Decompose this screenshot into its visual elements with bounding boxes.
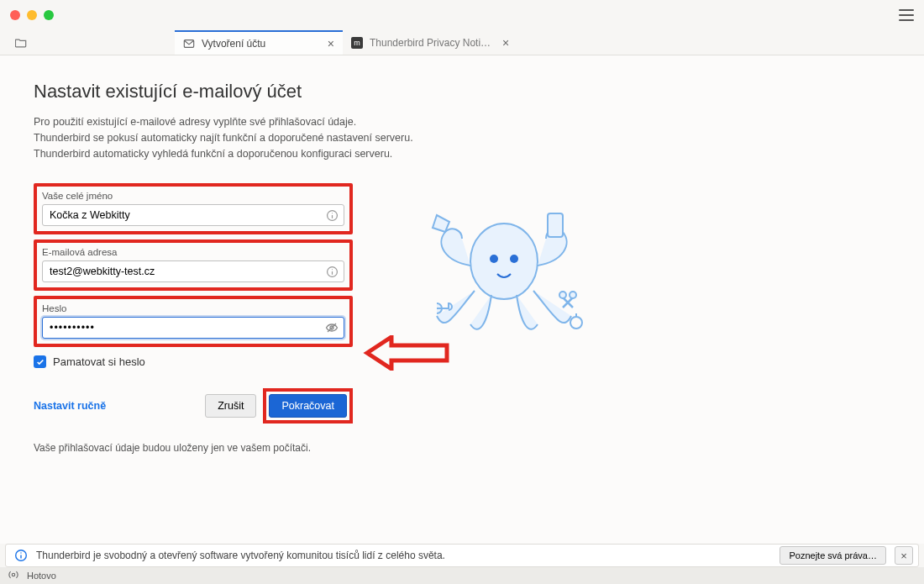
close-icon[interactable]: × xyxy=(328,37,334,50)
svg-point-15 xyxy=(20,552,21,553)
notification-close-button[interactable]: × xyxy=(895,546,913,565)
notification-bar: Thunderbird je svobodný a otevřený softw… xyxy=(5,544,919,567)
info-icon[interactable] xyxy=(324,208,339,223)
remember-password-checkbox[interactable] xyxy=(34,355,46,368)
remember-password-label: Pamatovat si heslo xyxy=(53,355,145,368)
mail-icon xyxy=(183,38,195,50)
tab-label: Thunderbird Privacy Notice — Mozil xyxy=(370,37,496,49)
toggle-password-visibility-icon[interactable] xyxy=(324,320,339,335)
desc-line: Thunderbird se pokusí automaticky najít … xyxy=(34,130,890,146)
setup-illustration xyxy=(420,207,588,341)
info-icon xyxy=(14,549,28,562)
window-maximize-button[interactable] xyxy=(44,10,54,20)
password-field-highlight: Heslo xyxy=(34,296,353,347)
desc-line: Thunderbird automaticky vyhledá funkční … xyxy=(34,146,890,162)
svg-point-9 xyxy=(510,255,518,263)
tab-strip: Vytvoření účtu × m Thunderbird Privacy N… xyxy=(0,30,924,55)
name-field-highlight: Vaše celé jméno xyxy=(34,183,353,234)
svg-point-13 xyxy=(570,317,582,329)
configure-manually-link[interactable]: Nastavit ručně xyxy=(34,400,106,412)
tab-privacy-notice[interactable]: m Thunderbird Privacy Notice — Mozil × xyxy=(343,30,517,55)
tab-label: Vytvoření účtu xyxy=(202,38,265,50)
folder-tab[interactable] xyxy=(7,30,175,55)
tab-account-setup[interactable]: Vytvoření účtu × xyxy=(175,30,343,55)
password-label: Heslo xyxy=(42,303,344,313)
window-close-button[interactable] xyxy=(10,10,20,20)
status-text: Hotovo xyxy=(27,571,56,581)
svg-point-16 xyxy=(12,573,14,576)
activity-icon xyxy=(8,570,18,581)
page-title: Nastavit existující e-mailový účet xyxy=(34,81,890,103)
folder-icon xyxy=(15,37,27,49)
email-field-highlight: E-mailová adresa xyxy=(34,239,353,291)
svg-point-7 xyxy=(470,224,538,299)
name-label: Vaše celé jméno xyxy=(42,191,344,201)
window-minimize-button[interactable] xyxy=(27,10,37,20)
continue-button[interactable]: Pokračovat xyxy=(269,394,347,418)
know-your-rights-button[interactable]: Poznejte svá práva… xyxy=(780,546,886,565)
svg-point-2 xyxy=(331,213,332,213)
email-label: E-mailová adresa xyxy=(42,247,344,257)
svg-point-8 xyxy=(490,255,498,263)
name-input[interactable] xyxy=(42,204,344,226)
info-icon[interactable] xyxy=(324,264,339,279)
cancel-button[interactable]: Zrušit xyxy=(205,394,256,418)
close-icon[interactable]: × xyxy=(502,36,509,50)
privacy-note: Vaše přihlašovací údaje budou uloženy je… xyxy=(34,442,353,454)
notification-text: Thunderbird je svobodný a otevřený softw… xyxy=(36,550,445,561)
page-description: Pro použití existující e-mailové adresy … xyxy=(34,114,890,161)
mozilla-favicon: m xyxy=(351,37,363,49)
desc-line: Pro použití existující e-mailové adresy … xyxy=(34,114,890,130)
svg-point-4 xyxy=(331,269,332,270)
status-bar: Hotovo xyxy=(0,567,924,584)
svg-point-11 xyxy=(559,292,566,298)
password-input[interactable] xyxy=(42,317,344,339)
email-input[interactable] xyxy=(42,260,344,282)
svg-point-12 xyxy=(570,292,576,298)
continue-button-highlight: Pokračovat xyxy=(263,388,353,424)
app-menu-button[interactable] xyxy=(899,9,914,21)
svg-rect-10 xyxy=(548,213,563,237)
